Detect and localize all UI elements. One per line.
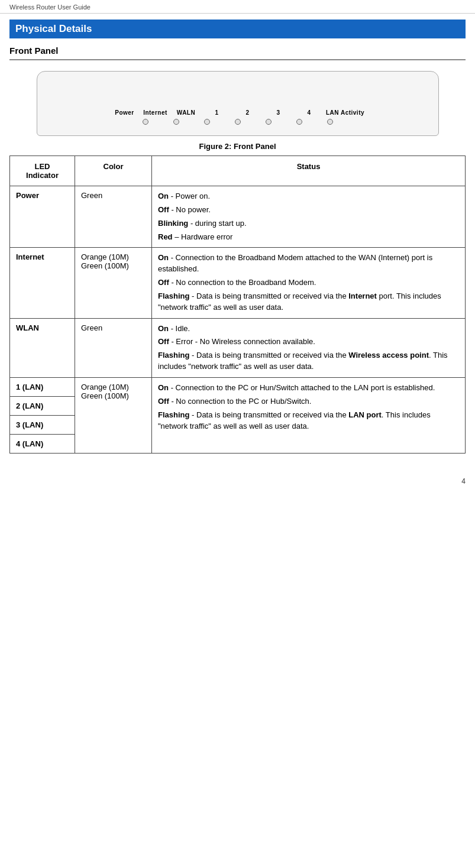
lan-2-label: 2 (LAN) xyxy=(10,396,75,415)
lan-row-4: 4 (LAN) xyxy=(10,434,75,453)
led-internet-label: Internet xyxy=(10,248,75,318)
status-wlan-flashing: Flashing - Data is being transmitted or … xyxy=(158,350,459,373)
color-power: Green xyxy=(75,186,152,248)
label-power: Power xyxy=(109,109,140,116)
label-4: 4 xyxy=(294,109,325,116)
header-text: Wireless Router User Guide xyxy=(9,4,91,11)
status-power-on: On - Power on. xyxy=(158,191,459,202)
lan-4-label: 4 (LAN) xyxy=(10,434,75,453)
status-internet: On - Connection to the Broadband Modem a… xyxy=(152,248,466,318)
led-internet xyxy=(173,119,179,125)
status-lan-off: Off - No connection to the PC or Hub/Swi… xyxy=(158,396,459,407)
front-panel-box: Power Internet WALN 1 2 3 4 LAN Activity xyxy=(37,71,439,136)
table-row-internet: Internet Orange (10M)Green (100M) On - C… xyxy=(10,248,466,318)
led-wlan-label: WLAN xyxy=(10,318,75,377)
led-1 xyxy=(235,119,241,125)
page-footer: 4 xyxy=(0,471,475,491)
lan-row-3: 3 (LAN) xyxy=(10,415,75,434)
panel-leds xyxy=(130,119,345,125)
label-waln: WALN xyxy=(171,109,202,116)
label-1: 1 xyxy=(202,109,232,116)
color-lan: Orange (10M)Green (100M) xyxy=(75,377,152,453)
lan-3-label: 3 (LAN) xyxy=(10,415,75,434)
status-wlan-off: Off - Error - No Wireless connection ava… xyxy=(158,336,459,348)
status-lan-flashing: Flashing - Data is being transmitted or … xyxy=(158,410,459,432)
front-panel-diagram: Power Internet WALN 1 2 3 4 LAN Activity xyxy=(37,71,439,136)
table-row-power: Power Green On - Power on. Off - No powe… xyxy=(10,186,466,248)
status-power-off: Off - No power. xyxy=(158,205,459,216)
status-lan-on: On - Connection to the PC or Hun/Switch … xyxy=(158,383,459,394)
table-row-wlan: WLAN Green On - Idle. Off - Error - No W… xyxy=(10,318,466,377)
label-2: 2 xyxy=(232,109,263,116)
status-internet-off: Off - No connection to the Broadband Mod… xyxy=(158,277,459,289)
table-header-row: LEDIndicator Color Status xyxy=(10,156,466,186)
status-wlan: On - Idle. Off - Error - No Wireless con… xyxy=(152,318,466,377)
label-lan-activity: LAN Activity xyxy=(325,109,366,116)
table-row-lan: 1 (LAN) 2 (LAN) 3 (LAN) 4 (LAN) Orange (… xyxy=(10,377,466,453)
section-title: Physical Details xyxy=(9,20,466,38)
led-lan-labels: 1 (LAN) 2 (LAN) 3 (LAN) 4 (LAN) xyxy=(10,377,75,453)
th-led-indicator: LEDIndicator xyxy=(10,156,75,186)
status-internet-flashing: Flashing - Data is being transmitted or … xyxy=(158,291,459,313)
status-power-blinking: Blinking - during start up. xyxy=(158,218,459,229)
status-wlan-on: On - Idle. xyxy=(158,323,459,335)
panel-indicators: Power Internet WALN 1 2 3 4 LAN Activity xyxy=(37,109,438,125)
color-wlan: Green xyxy=(75,318,152,377)
label-3: 3 xyxy=(263,109,294,116)
led-table: LEDIndicator Color Status Power Green On… xyxy=(9,156,466,454)
led-2 xyxy=(266,119,272,125)
lan-row-2: 2 (LAN) xyxy=(10,396,75,415)
th-status: Status xyxy=(152,156,466,186)
figure-caption: Figure 2: Front Panel xyxy=(0,142,475,151)
subsection-title: Front Panel xyxy=(9,43,466,60)
status-internet-on: On - Connection to the Broadband Modem a… xyxy=(158,252,459,275)
led-power-label: Power xyxy=(10,186,75,248)
th-color: Color xyxy=(75,156,152,186)
lan-sub-table: 1 (LAN) 2 (LAN) 3 (LAN) 4 (LAN) xyxy=(10,378,75,453)
lan-1-label: 1 (LAN) xyxy=(10,378,75,397)
label-internet: Internet xyxy=(140,109,171,116)
led-3 xyxy=(296,119,302,125)
status-lan: On - Connection to the PC or Hun/Switch … xyxy=(152,377,466,453)
led-power xyxy=(143,119,148,125)
page-header: Wireless Router User Guide xyxy=(0,0,475,14)
status-power: On - Power on. Off - No power. Blinking … xyxy=(152,186,466,248)
color-internet: Orange (10M)Green (100M) xyxy=(75,248,152,318)
led-4 xyxy=(327,119,333,125)
status-power-red: Red – Hardware error xyxy=(158,232,459,243)
lan-row-1: 1 (LAN) xyxy=(10,378,75,397)
panel-labels: Power Internet WALN 1 2 3 4 LAN Activity xyxy=(109,109,366,116)
page-number: 4 xyxy=(461,477,466,485)
led-waln xyxy=(204,119,210,125)
